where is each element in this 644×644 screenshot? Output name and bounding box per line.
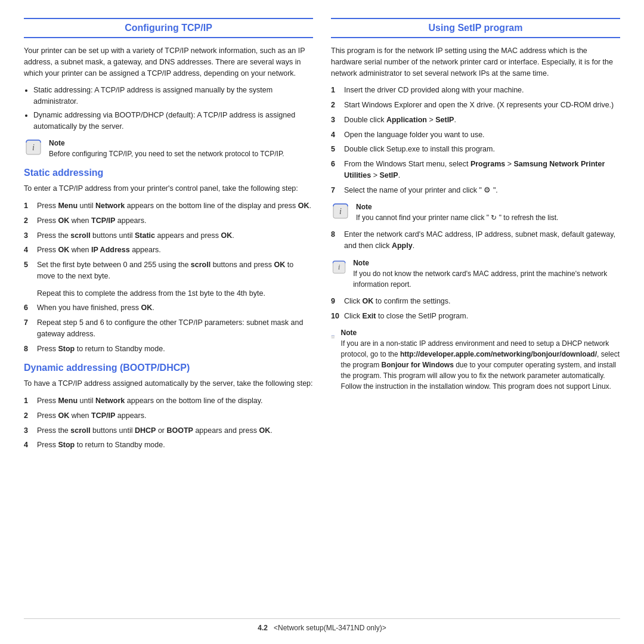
step-text: Press Menu until Network appears on the …	[37, 200, 313, 212]
left-header-title: Configuring TCP/IP	[24, 23, 313, 33]
static-step-1: 1 Press Menu until Network appears on th…	[24, 200, 313, 212]
left-column: Configuring TCP/IP Your printer can be s…	[24, 18, 313, 612]
right-step-3: 3 Double click Application > SetIP.	[331, 114, 620, 126]
bullet-item: Static addressing: A TCP/IP address is a…	[33, 85, 313, 107]
right-column: Using SetIP program This program is for …	[331, 18, 620, 612]
step-text: Repeat step 5 and 6 to configure the oth…	[37, 317, 313, 340]
left-intro: Your printer can be set up with a variet…	[24, 45, 313, 79]
step-text: Press OK when TCP/IP appears.	[37, 410, 313, 422]
right-steps2-list: 8 Enter the network card's MAC address, …	[331, 229, 620, 252]
step-text: Insert the driver CD provided along with…	[344, 85, 620, 96]
note2-text: If you do not know the network card's MA…	[353, 270, 607, 289]
step-num: 6	[24, 302, 32, 314]
static-step-7: 7 Repeat step 5 and 6 to configure the o…	[24, 317, 313, 340]
content-area: Configuring TCP/IP Your printer can be s…	[24, 18, 620, 612]
static-title: Static addressing	[24, 168, 313, 178]
footer-inner: 4.2 <Network setup(ML-3471ND only)>	[24, 624, 620, 632]
step-text: When you have finished, press OK.	[37, 302, 313, 314]
step-num: 3	[331, 114, 339, 126]
svg-text:i: i	[339, 207, 342, 216]
step-text: Select the name of your printer and clic…	[344, 185, 620, 196]
step-num: 4	[24, 244, 32, 256]
note-icon: i	[331, 327, 335, 346]
step-num: 7	[24, 317, 32, 340]
step-text: From the Windows Start menu, select Prog…	[344, 159, 620, 181]
step-text: Double click Setup.exe to install this p…	[344, 144, 620, 155]
note-label: Note	[49, 139, 65, 147]
step-text: Press the scroll buttons until Static ap…	[37, 230, 313, 242]
right-note2-box: i Note If you do not know the network ca…	[331, 258, 620, 290]
bullet-item: Dynamic addressing via BOOTP/DHCP (defau…	[33, 110, 313, 132]
right-step-10: 10 Click Exit to close the SetIP program…	[331, 311, 620, 322]
left-note-box: i Note Before configuring TCP/IP, you ne…	[24, 138, 313, 159]
footer-page: 4.2	[258, 624, 268, 632]
step-num: 1	[24, 395, 32, 407]
step-num: 1	[24, 200, 32, 212]
step-num: 8	[331, 229, 339, 252]
note2-label: Note	[353, 259, 369, 267]
svg-text:i: i	[32, 143, 35, 152]
static-step-8: 8 Press Stop to return to Standby mode.	[24, 343, 313, 355]
right-section-header: Using SetIP program	[331, 18, 620, 38]
right-intro: This program is for the network IP setti…	[331, 45, 620, 79]
note3-label: Note	[341, 329, 357, 337]
note-icon: i	[331, 258, 347, 277]
dynamic-steps-list: 1 Press Menu until Network appears on th…	[24, 395, 313, 451]
right-step-6: 6 From the Windows Start menu, select Pr…	[331, 159, 620, 181]
dynamic-step-4: 4 Press Stop to return to Standby mode.	[24, 439, 313, 451]
right-steps3-list: 9 Click OK to confirm the settings. 10 C…	[331, 296, 620, 322]
step-text: Press OK when IP Address appears.	[37, 244, 313, 256]
step-text: Start Windows Explorer and open the X dr…	[344, 100, 620, 111]
static-step-4: 4 Press OK when IP Address appears.	[24, 244, 313, 256]
step-num: 2	[331, 100, 339, 111]
right-header-title: Using SetIP program	[331, 23, 620, 33]
dynamic-step-3: 3 Press the scroll buttons until DHCP or…	[24, 425, 313, 436]
right-step-9: 9 Click OK to confirm the settings.	[331, 296, 620, 307]
static-intro: To enter a TCP/IP address from your prin…	[24, 183, 313, 194]
step-text: Press Stop to return to Standby mode.	[37, 439, 313, 451]
svg-text:i: i	[338, 263, 340, 271]
static-step-6: 6 When you have finished, press OK.	[24, 302, 313, 314]
step-text: Press the scroll buttons until DHCP or B…	[37, 425, 313, 436]
step-num: 4	[331, 129, 339, 141]
note-content: Note Before configuring TCP/IP, you need…	[49, 138, 284, 159]
right-note3-box: i Note If you are in a non-static IP add…	[331, 327, 620, 392]
note3-content: Note If you are in a non-static IP addre…	[341, 327, 620, 392]
dynamic-title: Dynamic addressing (BOOTP/DHCP)	[24, 363, 313, 373]
step-num: 2	[24, 215, 32, 227]
step-text: Click OK to confirm the settings.	[344, 296, 620, 307]
step-text: Open the language folder you want to use…	[344, 129, 620, 141]
right-note1-box: i Note If you cannot find your printer n…	[331, 202, 620, 223]
note-icon: i	[24, 138, 43, 157]
step-num: 10	[331, 311, 339, 322]
step-num: 3	[24, 425, 32, 436]
right-step-8: 8 Enter the network card's MAC address, …	[331, 229, 620, 252]
step-num: 5	[331, 144, 339, 155]
step-num: 6	[331, 159, 339, 181]
static-step-5: 5 Set the first byte between 0 and 255 u…	[24, 259, 313, 282]
dynamic-intro: To have a TCP/IP address assigned automa…	[24, 378, 313, 389]
note1-text: If you cannot find your printer name cli…	[356, 213, 558, 222]
right-step-2: 2 Start Windows Explorer and open the X …	[331, 100, 620, 111]
note3-text: If you are in a non-static IP address en…	[341, 339, 620, 391]
note-text: Before configuring TCP/IP, you need to s…	[49, 150, 284, 158]
step-num: 5	[24, 259, 32, 282]
right-step-4: 4 Open the language folder you want to u…	[331, 129, 620, 141]
dynamic-step-1: 1 Press Menu until Network appears on th…	[24, 395, 313, 407]
right-step-5: 5 Double click Setup.exe to install this…	[331, 144, 620, 155]
note1-label: Note	[356, 203, 372, 211]
static-steps-list: 1 Press Menu until Network appears on th…	[24, 200, 313, 282]
static-step-2: 2 Press OK when TCP/IP appears.	[24, 215, 313, 227]
step-text: Double click Application > SetIP.	[344, 114, 620, 126]
step-num: 7	[331, 185, 339, 196]
static-step-3: 3 Press the scroll buttons until Static …	[24, 230, 313, 242]
right-step-1: 1 Insert the driver CD provided along wi…	[331, 85, 620, 96]
note2-content: Note If you do not know the network card…	[353, 258, 620, 290]
step-num: 2	[24, 410, 32, 422]
page-wrapper: Configuring TCP/IP Your printer can be s…	[0, 0, 644, 644]
step-num: 1	[331, 85, 339, 96]
step-text: Enter the network card's MAC address, IP…	[344, 229, 620, 252]
step-text: Press OK when TCP/IP appears.	[37, 215, 313, 227]
step-text: Click Exit to close the SetIP program.	[344, 311, 620, 322]
step-text: Press Stop to return to Standby mode.	[37, 343, 313, 355]
